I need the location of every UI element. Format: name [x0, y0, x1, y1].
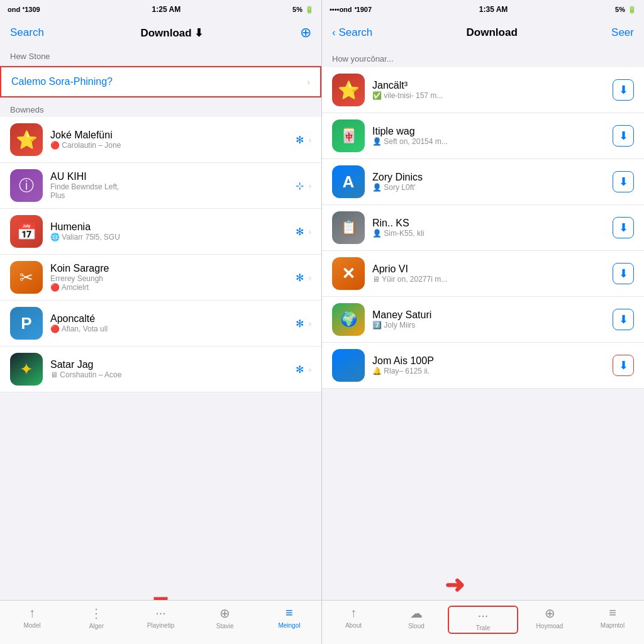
download-btn-5[interactable]: ⬇	[613, 309, 634, 330]
cloud-action-3[interactable]: ✻	[296, 272, 304, 284]
app-name-4: Aponcalté	[50, 313, 296, 325]
right-app-name-0: Jancält³	[372, 80, 613, 91]
right-app-name-1: Itiple wag	[372, 126, 613, 137]
cloud-action-0[interactable]: ✻	[296, 134, 304, 146]
app-actions-0: ✻ ›	[296, 134, 311, 146]
right-app-icon-4: ✕	[332, 257, 365, 290]
app-sub2-1: Plus	[50, 191, 296, 200]
app-icon-2: 📅	[10, 215, 43, 248]
list-item[interactable]: P Aponcalté 🔴 Afian, Vota ull ✻ ›	[0, 301, 321, 347]
left-nav-icon[interactable]: ⊕	[300, 25, 311, 41]
app-actions-3: ✻ ›	[296, 272, 311, 284]
tab-model[interactable]: ↑ Model	[0, 606, 64, 629]
left-time: 1:25 AM	[152, 5, 181, 14]
right-app-icon-5: 🌍	[332, 303, 365, 336]
chevron-3: ›	[309, 273, 311, 282]
right-app-icon-0: ⭐	[332, 74, 365, 106]
app-icon-1: ⓘ	[10, 169, 43, 202]
right-app-info-5: Maney Saturi 7️⃣ Joly Miirs	[372, 309, 613, 330]
app-actions-2: ✻ ›	[296, 226, 311, 238]
tab-hoymoad-icon: ⊕	[545, 606, 555, 621]
right-app-icon-3: 📋	[332, 211, 365, 244]
list-item[interactable]: ⭐ Jancält³ ✅ vile-tnisi- 157 m... ⬇	[322, 67, 644, 113]
right-app-sub-1: 👤 Seft on, 20154 m...	[372, 137, 613, 146]
tab-trale-icon: ···	[478, 608, 489, 623]
tab-alger[interactable]: ⋮ Alger	[64, 606, 128, 630]
right-nav-right-label[interactable]: Seer	[611, 26, 634, 39]
tab-sloud-icon: ☁	[410, 606, 423, 621]
right-app-info-2: Zory Dinics 👤 Sory L0ft'	[372, 172, 613, 192]
app-sub-2: 🌐 Valiarr 75l5, SGU	[50, 233, 296, 242]
list-item[interactable]: 📅 Humenia 🌐 Valiarr 75l5, SGU ✻ ›	[0, 209, 321, 255]
tab-alger-label: Alger	[89, 623, 104, 630]
right-phone-panel: ••••ond ᐩ1907 1:35 AM 5% 🔋 ‹ Search Down…	[322, 0, 644, 644]
download-btn-1[interactable]: ⬇	[613, 125, 634, 147]
tab-model-label: Model	[23, 622, 40, 629]
list-item[interactable]: A Zory Dinics 👤 Sory L0ft' ⬇	[322, 159, 644, 205]
tab-mapmtol[interactable]: ≡ Mapmtol	[581, 606, 644, 629]
right-app-icon-1: 🀄	[332, 119, 365, 152]
app-info-1: AU KIHI Finde Bewndse Left, Plus	[50, 171, 296, 200]
list-item[interactable]: ✂ Koin Saragre Errerey Seungh 🔴 Amcielrt…	[0, 255, 321, 301]
tab-stavie[interactable]: ⊕ Stavie	[193, 606, 257, 630]
tab-trale[interactable]: ··· Trale	[448, 606, 518, 634]
chevron-1: ›	[309, 181, 311, 191]
list-item[interactable]: Jom Ais 100P 🔔 Rlay– 6125 ii. ⬇	[322, 343, 644, 389]
arrow-right-annotation: ➜	[445, 571, 465, 599]
download-btn-4[interactable]: ⬇	[613, 263, 634, 284]
right-carrier: ••••ond ᐩ1907	[330, 6, 372, 14]
tab-playinetip[interactable]: ··· Playinetip	[128, 606, 192, 629]
tab-playinetip-icon: ···	[155, 606, 166, 620]
highlighted-row[interactable]: Calemo Sora-Phining? ›	[0, 66, 321, 97]
right-app-info-4: Aprio VI 🖥 Yŭir on, 20277i m...	[372, 264, 613, 284]
right-app-info-1: Itiple wag 👤 Seft on, 20154 m...	[372, 126, 613, 146]
list-item[interactable]: 📋 Rin.. KS 👤 Sim-K55, kli ⬇	[322, 205, 644, 251]
right-app-info-6: Jom Ais 100P 🔔 Rlay– 6125 ii.	[372, 355, 613, 375]
app-info-0: Joké Malefüni 🔴 Carolautin – Jone	[50, 130, 296, 150]
tab-mapmtol-label: Mapmtol	[601, 622, 625, 629]
list-item[interactable]: 🀄 Itiple wag 👤 Seft on, 20154 m... ⬇	[322, 113, 644, 159]
list-item[interactable]: ✕ Aprio VI 🖥 Yŭir on, 20277i m... ⬇	[322, 251, 644, 297]
download-btn-3[interactable]: ⬇	[613, 217, 634, 238]
tab-sloud[interactable]: ☁ Sloud	[385, 606, 448, 630]
right-back-button[interactable]: ‹ Search	[332, 26, 372, 39]
list-item[interactable]: ⭐ Joké Malefüni 🔴 Carolautin – Jone ✻ ›	[0, 117, 321, 163]
chevron-4: ›	[309, 319, 311, 328]
cloud-action-1[interactable]: ⊹	[296, 180, 304, 192]
tab-meingol[interactable]: ≡ Meingol	[257, 606, 321, 629]
download-btn-0[interactable]: ⬇	[613, 79, 634, 101]
app-sub1-1: Finde Bewndse Left,	[50, 182, 296, 191]
tab-mapmtol-icon: ≡	[609, 606, 616, 620]
tab-about-icon: ↑	[350, 606, 357, 620]
download-btn-2[interactable]: ⬇	[613, 171, 634, 192]
left-bowneds-section-header: Bowneds	[0, 100, 321, 117]
app-sub-5: 🖥 Corshautin – Acoe	[50, 370, 296, 379]
app-info-5: Satar Jag 🖥 Corshautin – Acoe	[50, 359, 296, 379]
tab-alger-icon: ⋮	[90, 606, 103, 621]
cloud-action-4[interactable]: ✻	[296, 318, 304, 330]
left-phone-panel: ond ᐩ1309 1:25 AM 5% 🔋 Search Download ⬇…	[0, 0, 322, 644]
cloud-action-5[interactable]: ✻	[296, 364, 304, 375]
app-actions-5: ✻ ›	[296, 364, 311, 375]
left-back-button[interactable]: Search	[10, 26, 44, 39]
chevron-0: ›	[309, 135, 311, 145]
left-app-list: ⭐ Joké Malefüni 🔴 Carolautin – Jone ✻ › …	[0, 117, 321, 392]
tab-playinetip-label: Playinetip	[147, 622, 174, 629]
tab-trale-label: Trale	[476, 625, 490, 631]
left-carrier: ond ᐩ1309	[8, 6, 40, 14]
tab-hoymoad[interactable]: ⊕ Hoymoad	[518, 606, 581, 630]
right-app-name-3: Rin.. KS	[372, 218, 613, 229]
right-app-sub-5: 7️⃣ Joly Miirs	[372, 321, 613, 330]
list-item[interactable]: ⓘ AU KIHI Finde Bewndse Left, Plus ⊹ ›	[0, 163, 321, 209]
right-app-sub-6: 🔔 Rlay– 6125 ii.	[372, 367, 613, 375]
tab-stavie-label: Stavie	[216, 623, 234, 630]
highlighted-row-text: Calemo Sora-Phining?	[11, 76, 113, 87]
cloud-action-2[interactable]: ✻	[296, 226, 304, 238]
download-btn-6[interactable]: ⬇	[613, 355, 634, 376]
list-item[interactable]: 🌍 Maney Saturi 7️⃣ Joly Miirs ⬇	[322, 297, 644, 343]
app-icon-0: ⭐	[10, 123, 43, 156]
left-nav-title: Download ⬇	[140, 26, 203, 40]
list-item[interactable]: ✦ Satar Jag 🖥 Corshautin – Acoe ✻ ›	[0, 347, 321, 392]
tab-about[interactable]: ↑ About	[322, 606, 385, 629]
right-tab-bar: ↑ About ☁ Sloud ··· Trale ⊕ Hoymoad ≡ Ma…	[322, 600, 644, 644]
